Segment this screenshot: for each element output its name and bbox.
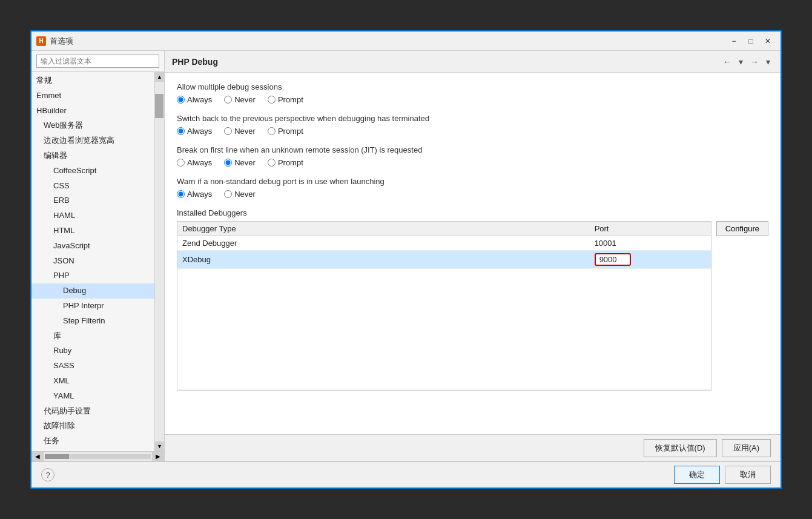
window-controls: − □ ✕ [726,35,776,47]
restore-defaults-button[interactable]: 恢复默认值(D) [644,439,717,457]
ok-button[interactable]: 确定 [674,466,720,484]
setting-break-label: Break on first line when an unknown remo… [177,145,768,154]
scroll-thumb [155,94,163,118]
debuggers-table: Debugger Type Port Zend Debugger 10001 [177,222,711,390]
sidebar-item-HBuilder[interactable]: HBuilder [31,104,154,119]
radio-prompt-2[interactable]: Prompt [268,127,303,136]
setting-switch-back: Switch back to the previous perspective … [177,114,768,136]
radio-never-1[interactable]: Never [224,95,256,104]
forward-button[interactable]: → [747,55,762,68]
sidebar-item-HAML[interactable]: HAML [31,208,154,223]
radio-never-4[interactable]: Never [224,190,256,199]
setting-break-on-first: Break on first line when an unknown remo… [177,145,768,167]
preferences-window: H 首选项 − □ ✕ 常规 Emmet HBuilder Web服务器 [30,30,782,489]
apply-button[interactable]: 应用(A) [722,439,771,457]
cancel-button[interactable]: 取消 [725,466,771,484]
sidebar-item-JSON[interactable]: JSON [31,254,154,269]
sidebar-item-PHP[interactable]: PHP [31,268,154,283]
sidebar-item-Debug[interactable]: Debug [31,283,154,299]
radio-always-4[interactable]: Always [177,190,212,199]
sidebar-item-PHPInterpr[interactable]: PHP Interpr [31,299,154,314]
debuggers-container: Debugger Type Port Zend Debugger 10001 [177,221,768,391]
maximize-button[interactable]: □ [743,35,759,47]
sidebar-item-故障排除[interactable]: 故障排除 [31,418,154,434]
sidebar-item-web服务器[interactable]: Web服务器 [31,118,154,133]
col-port: Port [590,222,711,236]
panel-title: PHP Debug [172,57,218,67]
radio-prompt-1[interactable]: Prompt [268,95,303,104]
sidebar-item-Ruby[interactable]: Ruby [31,343,154,359]
sidebar-scrollbar: ▲ ▼ [154,72,164,451]
sidebar-tree: 常规 Emmet HBuilder Web服务器 边改边看浏览器宽高 编辑器 C… [31,72,154,451]
sidebar-item-CoffeeScript[interactable]: CoffeeScript [31,164,154,179]
debugger-row-zend[interactable]: Zend Debugger 10001 [177,236,711,251]
main-content: 常规 Emmet HBuilder Web服务器 边改边看浏览器宽高 编辑器 C… [31,51,781,461]
scroll-track [155,82,164,441]
radio-always-3[interactable]: Always [177,158,212,167]
sidebar-item-CSS[interactable]: CSS [31,179,154,194]
radio-group-warn: Always Never [177,190,768,199]
h-scroll-thumb [45,454,69,459]
panel-nav: ← ▾ → ▾ [720,55,773,68]
xdebug-type: XDebug [177,251,590,269]
minimize-button[interactable]: − [726,35,742,47]
sidebar-item-代码助手[interactable]: 代码助手设置 [31,404,154,419]
sidebar-item-编辑器[interactable]: 编辑器 [31,148,154,164]
sidebar-item-Emmet[interactable]: Emmet [31,88,154,104]
back-button[interactable]: ← [720,55,734,68]
radio-group-allow-multiple: Always Never Prompt [177,95,768,104]
title-bar: H 首选项 − □ ✕ [31,31,781,51]
sidebar-item-常规[interactable]: 常规 [31,73,154,88]
sidebar: 常规 Emmet HBuilder Web服务器 边改边看浏览器宽高 编辑器 C… [31,51,165,461]
back-dropdown-button[interactable]: ▾ [736,55,746,68]
scroll-up-btn[interactable]: ▲ [155,72,164,82]
setting-warn-nonstandard: Warn if a non-standard debug port is in … [177,177,768,199]
setting-switch-back-label: Switch back to the previous perspective … [177,114,768,123]
scroll-left-btn[interactable]: ◀ [31,452,44,461]
configure-button[interactable]: Configure [716,221,768,236]
filter-wrap [31,51,164,72]
radio-prompt-3[interactable]: Prompt [268,158,303,167]
footer-buttons: 确定 取消 [674,466,771,484]
panel-body: Allow multiple debug sessions Always Nev… [165,73,781,434]
sidebar-item-JavaScript[interactable]: JavaScript [31,239,154,254]
debuggers-title: Installed Debuggers [177,208,768,217]
tree-inner: 常规 Emmet HBuilder Web服务器 边改边看浏览器宽高 编辑器 C… [31,72,154,451]
scroll-down-btn[interactable]: ▼ [155,441,164,451]
debuggers-table-wrap: Debugger Type Port Zend Debugger 10001 [177,221,711,391]
setting-allow-multiple-label: Allow multiple debug sessions [177,82,768,91]
setting-warn-label: Warn if a non-standard debug port is in … [177,177,768,186]
sidebar-item-HTML[interactable]: HTML [31,223,154,239]
sidebar-bottom-scroll: ◀ ▶ [31,451,164,461]
bottom-bar: 恢复默认值(D) 应用(A) [165,434,781,461]
panel-header: PHP Debug ← ▾ → ▾ [165,51,781,73]
debuggers-section: Installed Debuggers Debugger Type Port [177,208,768,391]
sidebar-item-XML[interactable]: XML [31,374,154,389]
sidebar-item-YAML[interactable]: YAML [31,389,154,404]
help-button[interactable]: ? [41,468,54,481]
sidebar-item-库[interactable]: 库 [31,329,154,344]
app-icon: H [36,36,46,46]
sidebar-item-边改边看[interactable]: 边改边看浏览器宽高 [31,133,154,148]
radio-always-1[interactable]: Always [177,95,212,104]
window-title: 首选项 [50,36,73,47]
close-button[interactable]: ✕ [760,35,776,47]
sidebar-item-任务[interactable]: 任务 [31,434,154,449]
sidebar-item-StepFilterin[interactable]: Step Filterin [31,314,154,329]
zend-port: 10001 [590,236,711,251]
debugger-row-xdebug[interactable]: XDebug 9000 [177,251,711,269]
sidebar-item-SASS[interactable]: SASS [31,359,154,374]
h-scroll-track [45,454,151,459]
sidebar-item-ERB[interactable]: ERB [31,193,154,208]
filter-input[interactable] [36,55,159,68]
scroll-right-btn[interactable]: ▶ [152,452,164,461]
title-bar-left: H 首选项 [36,36,73,47]
setting-allow-multiple: Allow multiple debug sessions Always Nev… [177,82,768,104]
footer: ? 确定 取消 [31,461,781,488]
forward-dropdown-button[interactable]: ▾ [763,55,773,68]
radio-group-break: Always Never Prompt [177,158,768,167]
radio-always-2[interactable]: Always [177,127,212,136]
radio-never-3[interactable]: Never [224,158,256,167]
radio-never-2[interactable]: Never [224,127,256,136]
zend-type: Zend Debugger [177,236,590,251]
